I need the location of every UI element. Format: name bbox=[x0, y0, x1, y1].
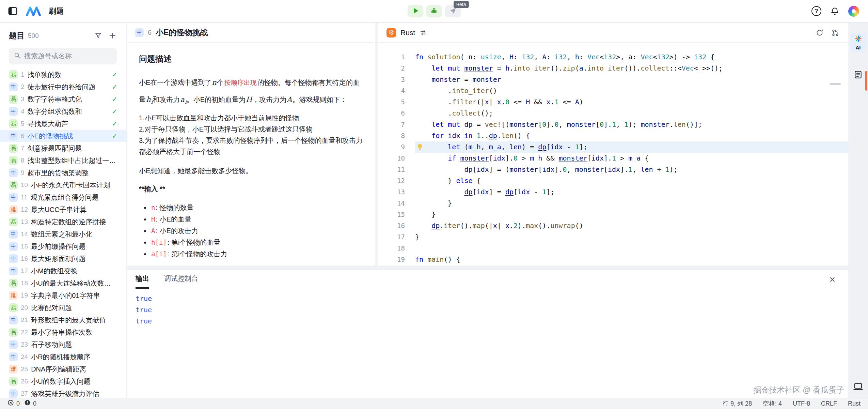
problem-list-item[interactable]: 易26小U的数字插入问题 bbox=[0, 375, 126, 388]
line-number[interactable]: 13 bbox=[378, 186, 405, 198]
problem-list-item[interactable]: 中23石子移动问题 bbox=[0, 338, 126, 351]
line-number[interactable]: 4 bbox=[378, 85, 405, 96]
tab-output[interactable]: 输出 bbox=[136, 270, 149, 289]
line-content: monster = monster bbox=[415, 74, 848, 85]
notes-icon[interactable] bbox=[853, 70, 863, 81]
problem-list-item[interactable]: 易1找单独的数✓ bbox=[0, 69, 126, 81]
ai-assistant-button[interactable]: AI bbox=[850, 33, 866, 52]
problem-list-item[interactable]: 易20比赛配对问题 bbox=[0, 302, 126, 314]
indentation-setting[interactable]: 空格: 4 bbox=[763, 399, 782, 408]
encoding-setting[interactable]: UTF-8 bbox=[793, 400, 810, 407]
code-line[interactable]: 10 if monster[idx].0 > m_h && monster[id… bbox=[378, 153, 848, 164]
problem-list-item[interactable]: 中9超市里的货物架调整 bbox=[0, 167, 126, 179]
line-number[interactable]: 15 bbox=[378, 209, 405, 220]
inline-code: a[i] bbox=[151, 250, 168, 258]
code-line[interactable]: 17} bbox=[378, 231, 848, 243]
line-number[interactable]: 14 bbox=[378, 198, 405, 209]
code-line[interactable]: 6 .collect(); bbox=[378, 108, 848, 119]
problem-list-item[interactable]: 难25DNA序列编辑距离 bbox=[0, 363, 126, 375]
line-number[interactable]: 18 bbox=[378, 243, 405, 254]
text-run: H bbox=[246, 95, 252, 104]
tab-debug-console[interactable]: 调试控制台 bbox=[164, 270, 198, 289]
problem-list-item[interactable]: 中2徒步旅行中的补给问题✓ bbox=[0, 81, 126, 93]
code-line[interactable]: 4 .into_iter() bbox=[378, 85, 848, 96]
code-line[interactable]: 1fn solution(_n: usize, H: i32, A: i32, … bbox=[378, 51, 848, 63]
problem-list-item[interactable]: 中14数组元素之和最小化 bbox=[0, 228, 126, 240]
problem-list-item[interactable]: 中17小M的数组变换 bbox=[0, 265, 126, 277]
code-line[interactable]: 18 bbox=[378, 243, 848, 254]
code-line[interactable]: 3 monster = monster bbox=[378, 74, 848, 85]
language-mode[interactable]: Rust bbox=[848, 400, 861, 407]
code-line[interactable]: 9 let (m_h, m_a, len) = dp[idx - 1]; bbox=[378, 141, 848, 153]
line-number[interactable]: 7 bbox=[378, 119, 405, 130]
code-line[interactable]: 16 dp.iter().map(|x| x.2).max().unwrap() bbox=[378, 220, 848, 231]
problem-list-item[interactable]: 中24小R的随机播放顺序 bbox=[0, 351, 126, 363]
line-number[interactable]: 2 bbox=[378, 63, 405, 74]
code-line[interactable]: 11 dp[idx] = (monster[idx].0, monster[id… bbox=[378, 164, 848, 175]
page-scrollbar-thumb[interactable] bbox=[865, 71, 867, 91]
lightbulb-icon[interactable] bbox=[416, 143, 424, 151]
problem-list-item[interactable]: 易8找出整型数组中占比超过一半… bbox=[0, 154, 126, 167]
problem-number: 25 bbox=[21, 365, 28, 373]
reset-code-icon[interactable] bbox=[816, 29, 824, 37]
problem-list-item[interactable]: 中27游戏英雄升级潜力评估 bbox=[0, 388, 126, 398]
filter-icon[interactable] bbox=[94, 32, 102, 40]
run-button[interactable] bbox=[408, 5, 423, 17]
switch-language-icon[interactable] bbox=[420, 29, 427, 36]
search-input[interactable] bbox=[24, 52, 114, 60]
problem-list-item[interactable]: 中15最少前缀操作问题 bbox=[0, 240, 126, 253]
line-number[interactable]: 1 bbox=[378, 51, 405, 63]
line-number[interactable]: 17 bbox=[378, 231, 405, 243]
eol-setting[interactable]: CRLF bbox=[821, 400, 837, 407]
sidebar-toggle-icon[interactable] bbox=[7, 6, 18, 16]
problem-list-item[interactable]: 中6小E的怪物挑战✓ bbox=[0, 130, 126, 142]
cursor-position[interactable]: 行 9, 列 28 bbox=[723, 399, 752, 408]
problem-list-item[interactable]: 易22最小字符串操作次数 bbox=[0, 326, 126, 338]
problem-list-item[interactable]: 易13构造特定数组的逆序拼接 bbox=[0, 216, 126, 228]
app-logo-icon[interactable] bbox=[26, 6, 41, 16]
help-icon[interactable]: ? bbox=[811, 6, 821, 16]
problem-list-item[interactable]: 难12最大UCC子串计算 bbox=[0, 203, 126, 216]
problem-list-item[interactable]: 中16最大矩形面积问题 bbox=[0, 253, 126, 265]
line-number[interactable]: 6 bbox=[378, 108, 405, 119]
code-line[interactable]: 13 dp[idx] = dp[idx - 1]; bbox=[378, 186, 848, 198]
notifications-bell-icon[interactable] bbox=[830, 6, 839, 16]
code-line[interactable]: 12 } else { bbox=[378, 175, 848, 186]
line-number[interactable]: 12 bbox=[378, 175, 405, 186]
code-line[interactable]: 19fn main() { bbox=[378, 254, 848, 265]
code-line[interactable]: 2 let mut monster = h.into_iter().zip(a.… bbox=[378, 63, 848, 74]
line-number[interactable]: 11 bbox=[378, 164, 405, 175]
code-line[interactable]: 14 } bbox=[378, 198, 848, 209]
ai-assistant-logo-icon[interactable] bbox=[848, 6, 859, 17]
diff-compare-icon[interactable] bbox=[831, 29, 839, 37]
ai-star-icon bbox=[855, 35, 862, 44]
debug-button[interactable] bbox=[426, 5, 442, 17]
device-preview-icon[interactable] bbox=[853, 381, 863, 393]
problem-title: 创意标题匹配问题 bbox=[28, 144, 117, 153]
editor-scrollbar-thumb[interactable] bbox=[830, 83, 841, 85]
line-number[interactable]: 9 bbox=[378, 141, 405, 153]
problems-indicator[interactable]: 0 0 bbox=[7, 399, 38, 408]
line-number[interactable]: 3 bbox=[378, 74, 405, 85]
code-line[interactable]: 15 } bbox=[378, 209, 848, 220]
line-number[interactable]: 10 bbox=[378, 153, 405, 164]
problem-list-item[interactable]: 中21环形数组中的最大贡献值 bbox=[0, 314, 126, 326]
add-problem-icon[interactable] bbox=[108, 31, 117, 40]
line-number[interactable]: 8 bbox=[378, 130, 405, 141]
line-number[interactable]: 19 bbox=[378, 254, 405, 265]
problem-list-item[interactable]: 易7创意标题匹配问题 bbox=[0, 142, 126, 154]
line-number[interactable]: 16 bbox=[378, 220, 405, 231]
problem-list-item[interactable]: 难19字典序最小的01字符串 bbox=[0, 289, 126, 302]
problem-list-item[interactable]: 易3数字字符串格式化✓ bbox=[0, 93, 126, 105]
problem-list-item[interactable]: 中4数字分组求偶数和✓ bbox=[0, 105, 126, 118]
code-line[interactable]: 5 .filter(|x| x.0 <= H && x.1 <= A) bbox=[378, 96, 848, 108]
code-line[interactable]: 8 for idx in 1..dp.len() { bbox=[378, 130, 848, 141]
console-close-icon[interactable]: × bbox=[829, 274, 835, 285]
code-line[interactable]: 7 let mut dp = vec![(monster[0].0, monst… bbox=[378, 119, 848, 130]
line-number[interactable]: 5 bbox=[378, 96, 405, 108]
problem-list-item[interactable]: 易18小U的最大连续移动次数问题 bbox=[0, 277, 126, 289]
problem-list-item[interactable]: 易5寻找最大葫芦✓ bbox=[0, 118, 126, 130]
search-box[interactable] bbox=[9, 48, 117, 64]
problem-list-item[interactable]: 易10小F的永久代币卡回本计划 bbox=[0, 179, 126, 191]
problem-list-item[interactable]: 中11观光景点组合得分问题 bbox=[0, 191, 126, 203]
